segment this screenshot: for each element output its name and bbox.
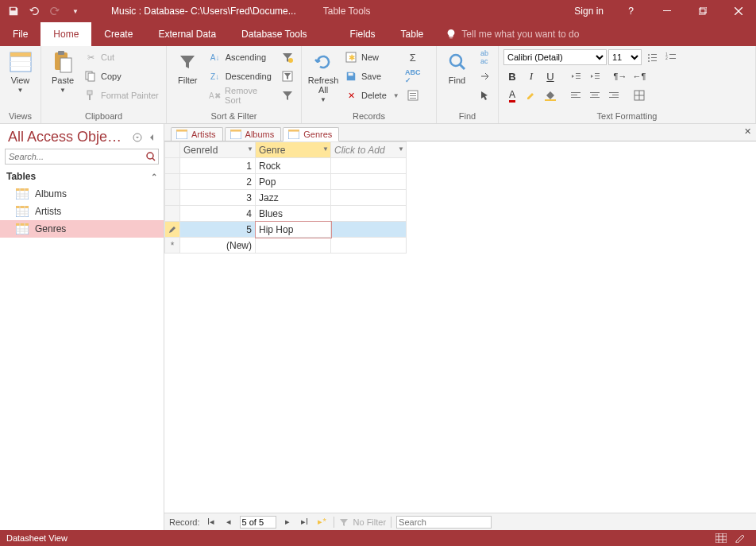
- svg-point-26: [648, 57, 650, 59]
- table-row[interactable]: 2Pop: [165, 174, 407, 190]
- font-family-select[interactable]: Calibri (Detail): [503, 49, 607, 65]
- nav-item-albums[interactable]: Albums: [0, 185, 164, 203]
- save-icon[interactable]: [5, 2, 22, 20]
- underline-button[interactable]: U: [542, 68, 559, 85]
- table-row[interactable]: 1Rock: [165, 158, 407, 174]
- last-record-button[interactable]: ▸I: [299, 516, 311, 529]
- tab-table[interactable]: Table: [388, 22, 437, 46]
- toggle-filter-button[interactable]: [279, 87, 296, 104]
- numbering-button[interactable]: 12: [662, 48, 680, 66]
- col-header-click-to-add[interactable]: Click to Add▼: [331, 142, 407, 158]
- gridlines-button[interactable]: [631, 87, 648, 104]
- datasheet[interactable]: GenreId▼ Genre▼ Click to Add▼ 1Rock 2Pop…: [164, 141, 756, 513]
- undo-icon[interactable]: [25, 2, 43, 20]
- new-record-button[interactable]: ✱New: [343, 48, 401, 66]
- svg-rect-38: [590, 92, 600, 93]
- spelling-button[interactable]: ABC✓: [404, 68, 422, 85]
- new-record-nav-button[interactable]: ▸*: [316, 516, 329, 529]
- copy-button[interactable]: Copy: [83, 68, 160, 85]
- save-record-button[interactable]: Save: [343, 68, 401, 85]
- decrease-indent-button[interactable]: [567, 68, 584, 85]
- chevron-down-icon[interactable]: ▼: [398, 145, 404, 153]
- descending-button[interactable]: Z↓Descending: [207, 68, 276, 85]
- chevron-down-icon[interactable]: ▼: [322, 145, 329, 153]
- svg-rect-36: [571, 95, 577, 95]
- table-row-active[interactable]: 5Hip Hop: [165, 222, 407, 238]
- ltr-button[interactable]: ¶→: [611, 68, 629, 85]
- align-left-button[interactable]: [567, 87, 584, 104]
- chevron-down-icon[interactable]: ▼: [247, 145, 253, 153]
- datasheet-view-button[interactable]: [712, 531, 731, 545]
- next-record-button[interactable]: ▸: [281, 516, 294, 529]
- selection-filter-button[interactable]: [279, 48, 296, 66]
- highlight-button[interactable]: [523, 87, 540, 104]
- align-center-button[interactable]: [586, 87, 604, 104]
- tab-external-data[interactable]: External Data: [145, 22, 229, 46]
- doc-tab-albums[interactable]: Albums: [225, 127, 282, 141]
- navigation-pane: All Access Obje… Tables ⌃ Albums Artists…: [0, 124, 164, 530]
- table-row[interactable]: 3Jazz: [165, 190, 407, 206]
- nav-group-tables[interactable]: Tables ⌃: [0, 168, 164, 185]
- bold-button[interactable]: B: [503, 68, 521, 85]
- tab-create[interactable]: Create: [91, 22, 145, 46]
- record-position-input[interactable]: [240, 516, 276, 529]
- view-button[interactable]: View ▼: [5, 48, 36, 94]
- prev-record-button[interactable]: ◂: [222, 516, 235, 529]
- col-header-genre[interactable]: Genre▼: [256, 142, 331, 158]
- tab-fields[interactable]: Fields: [338, 22, 388, 46]
- delete-record-button[interactable]: ✕Delete▼: [343, 87, 401, 104]
- design-view-button[interactable]: [731, 531, 750, 545]
- record-search-input[interactable]: [396, 516, 492, 529]
- tell-me-search[interactable]: Tell me what you want to do: [436, 22, 588, 46]
- nav-dropdown-icon[interactable]: [132, 132, 143, 143]
- qat-dropdown-icon[interactable]: ▼: [67, 2, 84, 20]
- select-button[interactable]: [476, 87, 493, 104]
- rtl-button[interactable]: ←¶: [631, 68, 648, 85]
- tab-home[interactable]: Home: [40, 22, 91, 46]
- collapse-icon: ⌃: [151, 172, 157, 181]
- bullets-button[interactable]: [643, 48, 661, 66]
- sign-in-link[interactable]: Sign in: [565, 6, 613, 17]
- nav-item-artists[interactable]: Artists: [0, 203, 164, 220]
- nav-title[interactable]: All Access Obje…: [8, 129, 129, 145]
- restore-icon[interactable]: [685, 0, 720, 22]
- svg-rect-52: [16, 223, 29, 226]
- select-all-corner[interactable]: [165, 142, 180, 158]
- close-tab-icon[interactable]: ✕: [744, 126, 751, 137]
- nav-collapse-icon[interactable]: [146, 132, 157, 143]
- goto-button[interactable]: [476, 68, 493, 85]
- first-record-button[interactable]: I◂: [205, 516, 218, 529]
- paste-button[interactable]: Paste ▼: [46, 48, 79, 94]
- nav-item-genres[interactable]: Genres: [0, 220, 164, 238]
- minimize-icon[interactable]: [649, 0, 685, 22]
- nav-search-input[interactable]: [5, 149, 159, 165]
- doc-tab-genres[interactable]: Genres: [283, 127, 339, 141]
- advanced-filter-button[interactable]: [279, 68, 296, 85]
- close-icon[interactable]: [720, 0, 756, 22]
- table-icon: [16, 188, 29, 199]
- increase-indent-button[interactable]: [586, 68, 604, 85]
- tab-database-tools[interactable]: Database Tools: [229, 22, 320, 46]
- svg-rect-0: [663, 10, 671, 11]
- italic-button[interactable]: I: [523, 68, 540, 85]
- find-button[interactable]: Find: [442, 48, 472, 85]
- font-color-button[interactable]: A: [503, 87, 521, 104]
- align-right-button[interactable]: [605, 87, 623, 104]
- tab-file[interactable]: File: [0, 22, 40, 46]
- table-row[interactable]: 4Blues: [165, 206, 407, 222]
- doc-tab-artists[interactable]: Artists: [171, 127, 223, 141]
- editing-cell[interactable]: Hip Hop: [256, 222, 331, 238]
- filter-button[interactable]: Filter: [172, 48, 204, 85]
- search-icon[interactable]: [145, 151, 156, 162]
- font-size-select[interactable]: 11: [608, 49, 642, 65]
- more-records-button[interactable]: [404, 87, 422, 104]
- ascending-button[interactable]: A↓Ascending: [207, 48, 276, 66]
- help-icon[interactable]: ?: [613, 0, 649, 22]
- col-header-genreid[interactable]: GenreId▼: [180, 142, 256, 158]
- fill-color-button[interactable]: [542, 87, 559, 104]
- replace-button[interactable]: abac: [476, 48, 493, 66]
- paste-icon: [51, 50, 75, 74]
- totals-button[interactable]: Σ: [404, 48, 422, 66]
- refresh-all-button[interactable]: Refresh All ▼: [307, 48, 340, 103]
- table-row-new[interactable]: *(New): [165, 238, 407, 254]
